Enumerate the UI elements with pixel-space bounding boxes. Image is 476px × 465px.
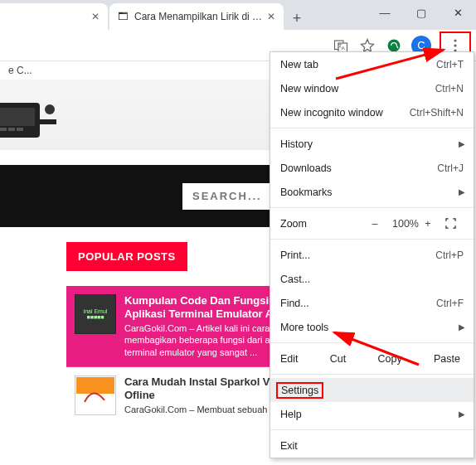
minimize-button[interactable]: —: [367, 0, 403, 25]
chevron-right-icon: ▶: [459, 187, 465, 196]
close-window-button[interactable]: ✕: [440, 0, 476, 25]
fullscreen-icon[interactable]: [445, 218, 464, 229]
menu-settings[interactable]: Settings: [270, 378, 474, 402]
menu-exit[interactable]: Exit: [270, 434, 474, 458]
tab-strip: ✕ 🗔 Cara Menampilkan Lirik di Win ✕ + — …: [0, 0, 476, 30]
menu-downloads[interactable]: DownloadsCtrl+J: [270, 156, 474, 180]
svg-rect-14: [17, 128, 23, 131]
menu-zoom: Zoom – 100% +: [270, 211, 474, 235]
chevron-right-icon: ▶: [459, 322, 465, 332]
maximize-button[interactable]: ▢: [403, 0, 440, 25]
menu-history[interactable]: History▶: [270, 132, 474, 156]
menu-separator: [270, 429, 474, 430]
menu-bookmarks[interactable]: Bookmarks▶: [270, 180, 474, 204]
popular-posts-header: POPULAR POSTS: [66, 242, 187, 271]
menu-separator: [270, 374, 474, 375]
new-tab-button[interactable]: +: [285, 7, 308, 30]
menu-separator: [270, 239, 474, 240]
menu-more-tools[interactable]: More tools▶: [270, 315, 474, 339]
menu-separator: [270, 342, 474, 343]
menu-edit-row: Edit Cut Copy Paste: [270, 346, 474, 371]
browser-tab[interactable]: ✕: [0, 3, 108, 30]
tab-title: Cara Menampilkan Lirik di Win: [134, 11, 265, 22]
svg-rect-15: [76, 377, 114, 394]
menu-incognito[interactable]: New incognito windowCtrl+Shift+N: [270, 100, 474, 124]
menu-edit-label: Edit: [280, 353, 299, 365]
menu-new-window[interactable]: New windowCtrl+N: [270, 76, 474, 100]
chevron-right-icon: ▶: [459, 139, 465, 148]
browser-tab[interactable]: 🗔 Cara Menampilkan Lirik di Win ✕: [109, 3, 284, 30]
menu-cast[interactable]: Cast...: [270, 267, 474, 291]
close-tab-icon[interactable]: ✕: [265, 11, 277, 22]
chrome-menu: New tabCtrl+T New windowCtrl+N New incog…: [270, 51, 474, 458]
menu-separator: [270, 207, 474, 208]
chevron-right-icon: ▶: [459, 409, 465, 419]
tab-favicon: 🗔: [116, 10, 129, 23]
post-thumbnail: inal Emul■■■■■: [75, 294, 116, 334]
close-tab-icon[interactable]: ✕: [90, 11, 101, 22]
menu-paste[interactable]: Paste: [434, 353, 460, 365]
zoom-in-button[interactable]: +: [419, 218, 437, 230]
svg-rect-10: [40, 119, 56, 124]
menu-print[interactable]: Print...Ctrl+P: [270, 243, 474, 267]
svg-point-5: [454, 39, 456, 41]
svg-rect-9: [0, 108, 35, 126]
window-controls: — ▢ ✕: [367, 0, 476, 25]
menu-separator: [270, 128, 474, 128]
menu-find[interactable]: Find...Ctrl+F: [270, 291, 474, 315]
svg-point-6: [454, 44, 456, 46]
post-thumbnail: [75, 375, 116, 415]
menu-copy[interactable]: Copy: [378, 353, 402, 365]
annotation-box: Settings: [276, 382, 323, 399]
svg-rect-12: [0, 128, 7, 131]
device-illustration: [0, 94, 58, 140]
svg-rect-13: [8, 128, 15, 131]
menu-cut[interactable]: Cut: [330, 353, 346, 365]
zoom-value: 100%: [392, 218, 410, 230]
svg-rect-16: [76, 394, 114, 414]
zoom-out-button[interactable]: –: [366, 218, 384, 230]
menu-new-tab[interactable]: New tabCtrl+T: [270, 52, 474, 76]
svg-point-4: [388, 39, 401, 51]
svg-point-11: [45, 104, 55, 114]
menu-help[interactable]: Help▶: [270, 402, 474, 426]
svg-text:A: A: [342, 45, 345, 50]
